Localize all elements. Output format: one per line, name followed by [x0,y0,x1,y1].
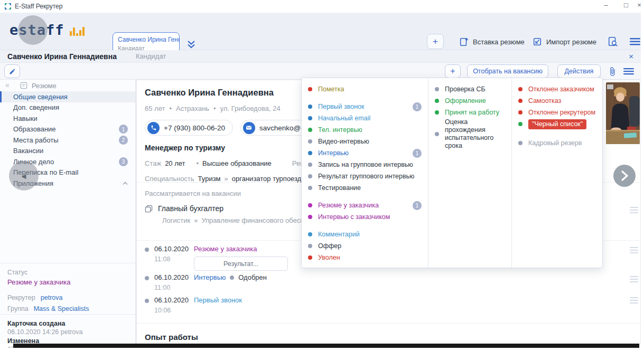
status-menu-item[interactable]: Тестирование [308,182,428,194]
status-dot-icon [308,87,312,91]
timeline-entry: 06.10.202011:08Резюме у заказчикаРезульт… [145,245,288,271]
status-dot-icon [435,99,439,103]
status-menu-item[interactable]: Интервью с заказчиком [308,211,428,223]
group-label: Группа [7,305,29,312]
attachment-label: Резюме [32,82,57,90]
select-for-vacancy-button[interactable]: Отобрать на вакансию [467,64,548,78]
status-menu-item[interactable]: Начальный email [308,112,428,124]
status-dot-icon [308,116,312,120]
status-menu-item[interactable]: Резюме у заказчика1 [308,200,428,211]
recruiter-link[interactable]: petrova [41,294,63,301]
status-menu-item-label: Комментарий [318,231,360,239]
status-dot-icon [518,99,522,103]
collapse-sidebar-icon[interactable]: « [5,81,10,89]
status-menu-item[interactable]: Тел. интервью [308,124,428,136]
status-dot-icon [518,141,522,145]
status-dot-icon [308,163,312,167]
paste-resume-button[interactable]: Вставка резюме [459,37,525,46]
status-menu-item[interactable]: Комментарий [308,229,428,240]
new-card-button[interactable]: + [427,34,444,49]
status-menu-item[interactable]: Видео-интервью [308,136,428,147]
sidebar-item[interactable]: Вакансии [0,146,135,157]
status-menu-item-label: Интервью [318,149,349,157]
sidebar-item[interactable]: Образование1 [0,124,135,135]
sidebar-item-label: Места работы [13,136,59,144]
header-menu-icon[interactable] [630,38,640,45]
section-drag-handle[interactable] [630,297,638,305]
recruiter-label: Рекрутер [7,294,35,301]
chevron-up-icon[interactable] [123,182,128,185]
toolbar-menu-icon[interactable] [623,68,634,75]
status-menu-item[interactable]: Отклонен рекрутером [518,107,602,118]
add-event-button[interactable]: + [445,64,461,78]
status-menu-item[interactable]: Интервью1 [308,147,428,159]
vacancy-title: Главный бухгалтер [158,204,223,213]
status-menu-item[interactable]: Принят на работу [435,107,511,118]
timeline-dot-icon [145,276,149,280]
import-resume-button[interactable]: Импорт резюме [533,37,596,46]
sidebar-item[interactable]: Навыки [0,113,135,124]
status-menu-item-label: Оценка прохождения испытательного срока [445,118,505,150]
minimize-button[interactable]: – [601,1,611,9]
timeline-entry: 06.10.202011:00ИнтервьюОдобрен [145,273,267,291]
section-drag-handle[interactable] [630,247,638,255]
sidebar-item[interactable]: Доп. сведения [0,102,135,113]
status-menu-item[interactable]: Результат группового интервью [308,170,428,182]
status-menu-item[interactable]: Оформление [435,95,511,107]
phone-chip[interactable]: +7 (930) 800-06-20 [145,120,233,136]
status-menu-item[interactable]: Оценка прохождения испытательного срока [435,118,511,150]
preview-document-icon[interactable] [608,36,618,47]
section-experience: Опыт работы [137,324,640,341]
resume-document-icon [20,82,27,89]
status-menu-item-label: Проверка СБ [445,86,486,93]
sidebar-item-label: Доп. сведения [13,103,59,111]
timeline-event-link[interactable]: Интервью [194,273,226,281]
status-menu-item[interactable]: Пометка [308,83,428,95]
status-menu-item[interactable]: Уволен [308,252,428,263]
card-title-row: Савченко Ирина Геннадиевна Кандидат × [0,50,641,63]
result-button[interactable]: Результат... [194,257,288,271]
maximize-button[interactable]: □ [621,1,631,9]
status-dot-icon [308,151,312,155]
specialty-separator: » [225,175,228,183]
status-menu-item-label: Начальный email [318,115,370,122]
app-header: estaff Савченко Ирина Геннадиевна Кандид… [0,13,641,50]
status-value[interactable]: Резюме у заказчика [7,278,128,286]
status-menu-item[interactable]: Оффер [308,240,428,252]
phone-number: +7 (930) 800-06-20 [164,124,225,132]
status-dot-icon [435,87,439,91]
timeline-date: 06.10.202011:08 [154,245,187,271]
status-menu-item[interactable]: Запись на групповое интервью [308,159,428,170]
edit-button[interactable] [4,64,20,78]
sidebar-item[interactable]: Места работы2 [0,135,135,146]
window-right-edge [641,13,644,351]
status-dropdown-menu: ПометкаПервый звонок1Начальный emailТел.… [301,78,603,268]
vacancy-department: Логистик [162,216,190,224]
status-dot-icon [518,122,522,126]
status-menu-item[interactable]: Кадровый резерв [518,137,602,149]
group-link[interactable]: Mass & Specialists [34,305,89,312]
timeline-event-link[interactable]: Резюме у заказчика [194,245,257,253]
window-titlebar: E-Staff Рекрутер – □ × [0,0,644,13]
section-drag-handle[interactable] [630,207,638,215]
experience-label: Стаж [145,159,161,167]
status-menu-item-label: Оффер [318,242,341,250]
sidebar-item[interactable]: Общие сведения [0,91,135,102]
paperclip-icon[interactable] [608,67,617,77]
next-photo-button[interactable] [613,165,636,187]
actions-button[interactable]: Действия [557,64,601,78]
status-dot-icon [308,232,312,236]
status-menu-item[interactable]: Отклонен заказчиком [518,83,602,95]
expand-tabs-chevron-icon[interactable] [186,39,197,50]
status-menu-item[interactable]: Первый звонок1 [308,101,428,112]
timeline-time-value: 11:08 [154,255,187,263]
status-menu-item[interactable]: Проверка СБ [435,83,511,95]
sidebar-item-resume-attachment[interactable]: Резюме [0,80,135,91]
section-drag-handle[interactable] [630,276,638,284]
close-card-icon[interactable]: × [629,52,633,61]
status-dot-icon [518,110,522,115]
close-button[interactable]: × [634,1,644,9]
timeline-event-link[interactable]: Первый звонок [194,296,242,304]
status-menu-item[interactable]: Самоотказ [518,95,602,107]
status-menu-item[interactable]: "Черный список" [518,118,602,130]
